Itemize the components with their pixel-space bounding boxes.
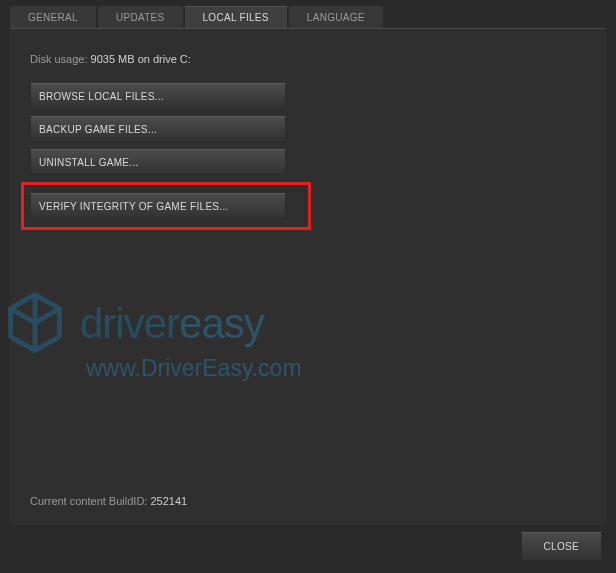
- uninstall-game-button[interactable]: UNINSTALL GAME...: [30, 149, 286, 175]
- disk-usage-text: Disk usage: 9035 MB on drive C:: [30, 53, 586, 65]
- disk-usage-value: 9035 MB on drive C:: [91, 53, 191, 65]
- tab-general[interactable]: GENERAL: [10, 6, 96, 28]
- disk-usage-label: Disk usage: [30, 53, 84, 65]
- watermark-url: www.DriverEasy.com: [86, 355, 302, 382]
- build-id-value: 252141: [150, 495, 187, 507]
- close-button[interactable]: CLOSE: [521, 532, 602, 561]
- tab-bar: GENERAL UPDATES LOCAL FILES LANGUAGE: [0, 0, 616, 28]
- footer: CLOSE: [521, 532, 602, 561]
- tab-local-files[interactable]: LOCAL FILES: [185, 6, 287, 28]
- tab-updates[interactable]: UPDATES: [98, 6, 183, 28]
- watermark-brand: drivereasy: [80, 300, 264, 348]
- backup-game-files-button[interactable]: BACKUP GAME FILES...: [30, 116, 286, 142]
- watermark: drivereasy www.DriverEasy.com: [0, 289, 302, 382]
- verify-integrity-button[interactable]: VERIFY INTEGRITY OF GAME FILES...: [30, 193, 286, 219]
- highlight-annotation: VERIFY INTEGRITY OF GAME FILES...: [21, 182, 311, 230]
- watermark-cube-icon: [0, 289, 70, 359]
- build-id-text: Current content BuildID: 252141: [30, 495, 187, 507]
- tab-language[interactable]: LANGUAGE: [289, 6, 383, 28]
- browse-local-files-button[interactable]: BROWSE LOCAL FILES...: [30, 83, 286, 109]
- local-files-panel: Disk usage: 9035 MB on drive C: BROWSE L…: [10, 29, 606, 525]
- build-id-label: Current content BuildID: [30, 495, 144, 507]
